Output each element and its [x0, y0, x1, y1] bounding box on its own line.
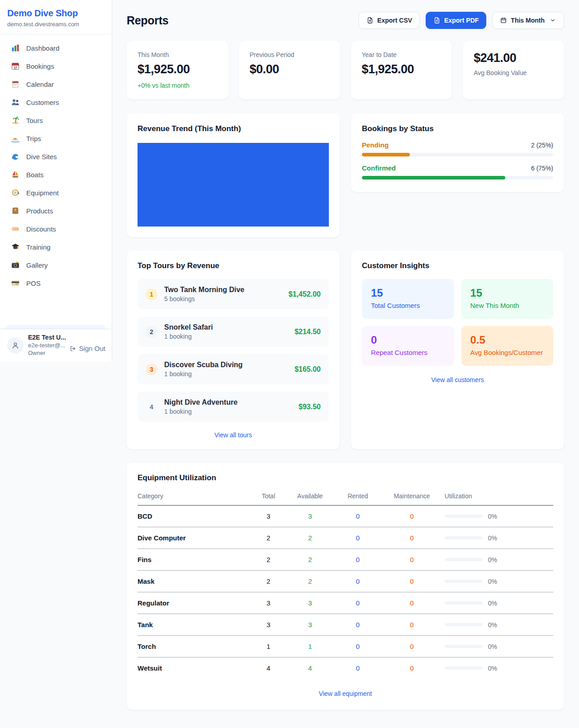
utilization-percent: 0% [488, 643, 497, 650]
sidebar-item-dive-sites[interactable]: Dive Sites [5, 147, 106, 165]
utilization-bar [445, 645, 483, 648]
insight-label: Repeat Customers [371, 349, 445, 356]
cell-available: 2 [287, 571, 333, 592]
sidebar-item-gallery[interactable]: Gallery [5, 256, 106, 274]
sidebar-item-products[interactable]: Products [5, 202, 106, 220]
sidebar-item-label: Calendar [26, 80, 54, 88]
sidebar-item-training[interactable]: Training [5, 238, 106, 256]
cell-maintenance: 0 [383, 527, 441, 549]
tour-info: Two Tank Morning Dive 5 bookings [164, 286, 282, 303]
header-actions: Export CSV Export PDF This Month [359, 12, 564, 29]
table-row: Dive Computer 2 2 0 0 0% [138, 527, 553, 549]
sidebar-user-footer: E2E Test U... e2e-tester@... Owner Sign … [0, 329, 112, 362]
user-role: Owner [28, 350, 66, 356]
status-value: 2 (25%) [531, 142, 553, 149]
sign-out-icon [69, 345, 76, 352]
export-csv-button[interactable]: Export CSV [359, 12, 420, 29]
cell-category: Mask [138, 571, 250, 592]
view-all-customers-link[interactable]: View all customers [362, 376, 553, 383]
status-row-pending: Pending 2 (25%) [362, 141, 553, 156]
tour-bookings: 1 booking [164, 408, 292, 415]
tour-row[interactable]: 3 Discover Scuba Diving 1 booking $165.0… [138, 354, 329, 384]
cell-rented: 0 [333, 506, 383, 527]
sidebar-item-trips[interactable]: Trips [5, 129, 106, 147]
export-pdf-button[interactable]: Export PDF [426, 12, 486, 29]
tour-row[interactable]: 1 Two Tank Morning Dive 5 bookings $1,45… [138, 279, 329, 309]
revenue-trend-card: Revenue Trend (This Month) [127, 113, 340, 237]
brand-name: Demo Dive Shop [7, 8, 104, 19]
calendar-icon [500, 17, 507, 24]
sidebar-item-bookings[interactable]: 17Bookings [5, 57, 106, 75]
table-row: Mask 2 2 0 0 0% [138, 571, 553, 592]
camera-icon [11, 260, 20, 269]
sidebar-item-equipment[interactable]: Equipment [5, 184, 106, 202]
insight-value: 15 [470, 287, 545, 299]
cell-maintenance: 0 [383, 614, 441, 636]
sidebar-item-active-partial[interactable] [5, 325, 105, 329]
dive-mask-icon [11, 188, 20, 197]
utilization-percent: 0% [488, 621, 497, 629]
sidebar-item-label: Boats [26, 171, 43, 179]
view-all-equipment-link[interactable]: View all equipment [138, 690, 553, 697]
view-all-tours-link[interactable]: View all tours [138, 431, 329, 439]
sidebar-item-dashboard[interactable]: Dashboard [5, 39, 106, 57]
tag-icon [11, 224, 20, 233]
tour-row[interactable]: 4 Night Dive Adventure 1 booking $93.50 [138, 392, 329, 422]
rank-badge: 4 [146, 401, 157, 413]
avatar [7, 337, 24, 354]
stat-value: $1,925.00 [362, 62, 441, 76]
cell-maintenance: 0 [383, 571, 441, 592]
user-info: E2E Test U... e2e-tester@... Owner [28, 334, 66, 356]
insight-tile: 15 New This Month [461, 279, 554, 319]
sidebar-item-label: Products [26, 207, 53, 215]
sidebar-item-customers[interactable]: Customers [5, 93, 106, 111]
status-bar-track [362, 176, 553, 180]
rank-badge: 2 [146, 326, 157, 338]
cell-utilization: 0% [441, 527, 553, 549]
bookings-by-status-card: Bookings by Status Pending 2 (25%) Confi… [351, 113, 564, 192]
cell-utilization: 0% [441, 614, 553, 636]
period-label: This Month [511, 17, 545, 24]
cell-rented: 0 [333, 571, 383, 592]
status-label: Pending [362, 141, 389, 149]
wave-icon [11, 152, 20, 161]
customer-insights-card: Customer Insights 15 Total Customers15 N… [351, 251, 564, 449]
table-row: Regulator 3 3 0 0 0% [138, 592, 553, 614]
column-header-total: Total [250, 489, 287, 506]
stat-card-1: Previous Period$0.00 [239, 41, 340, 99]
insights-grid: 15 Total Customers15 New This Month0 Rep… [362, 279, 553, 366]
insight-tile: 0.5 Avg Bookings/Customer [461, 326, 554, 366]
credit-card-icon [11, 279, 20, 288]
column-header-available: Available [287, 489, 333, 506]
cell-rented: 0 [333, 636, 383, 657]
tour-revenue: $1,452.00 [289, 290, 321, 298]
cell-category: Fins [138, 549, 250, 571]
utilization-bar [445, 623, 483, 626]
tour-row[interactable]: 2 Snorkel Safari 1 booking $214.50 [138, 317, 329, 347]
graduation-cap-icon [11, 242, 20, 251]
sidebar-item-label: Gallery [26, 261, 48, 269]
bar-chart-icon [11, 43, 20, 52]
sidebar-item-label: POS [26, 279, 41, 287]
cell-rented: 0 [333, 549, 383, 571]
utilization-bar [445, 601, 483, 605]
sidebar-item-boats[interactable]: Boats [5, 165, 106, 184]
chevron-down-icon [549, 17, 556, 24]
sidebar-item-discounts[interactable]: Discounts [5, 220, 106, 238]
column-header-rented: Rented [333, 489, 383, 506]
person-icon [11, 341, 20, 350]
period-dropdown[interactable]: This Month [492, 12, 564, 29]
stat-label: Avg Booking Value [474, 69, 553, 76]
utilization-bar [445, 667, 483, 670]
cell-total: 1 [250, 636, 287, 657]
sidebar-item-calendar[interactable]: Calendar [5, 75, 106, 93]
cell-category: Wetsuit [138, 657, 250, 679]
sidebar-item-tours[interactable]: Tours [5, 111, 106, 129]
column-header-category: Category [138, 489, 250, 506]
sidebar-item-label: Dive Sites [26, 153, 57, 161]
sailboat-icon [11, 170, 20, 179]
sidebar-item-pos[interactable]: POS [5, 274, 106, 292]
tour-revenue: $93.50 [299, 403, 321, 411]
sign-out-button[interactable]: Sign Out [69, 345, 105, 352]
tour-info: Snorkel Safari 1 booking [164, 323, 288, 340]
